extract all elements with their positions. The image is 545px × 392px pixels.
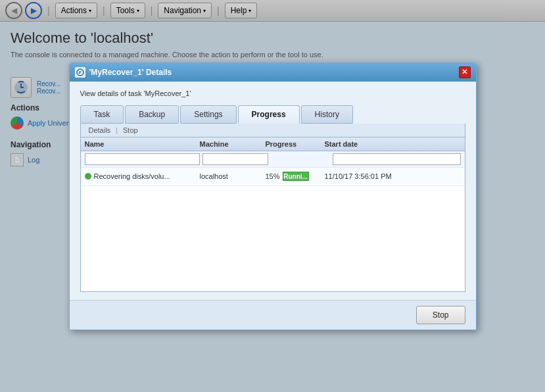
filter-name-input[interactable] xyxy=(85,153,200,165)
modal-sub-tabs: Details | Stop xyxy=(80,124,465,137)
tab-settings[interactable]: Settings xyxy=(180,105,236,124)
row-name-cell: Recovering disks/volu... xyxy=(85,172,200,180)
status-indicator xyxy=(85,173,91,180)
tab-history[interactable]: History xyxy=(301,105,353,124)
row-machine-cell: localhost xyxy=(200,172,266,180)
th-start-date: Start date xyxy=(325,140,461,148)
tab-backup[interactable]: Backup xyxy=(125,105,179,124)
th-name: Name xyxy=(85,140,200,148)
th-progress: Progress xyxy=(266,140,325,148)
sub-tab-details[interactable]: Details xyxy=(86,126,114,135)
filter-date-input[interactable] xyxy=(333,153,461,165)
tab-progress[interactable]: Progress xyxy=(238,105,300,124)
sub-tab-stop[interactable]: Stop xyxy=(120,126,141,135)
modal-overlay: 'MyRecover_1' Details ✕ View details of … xyxy=(0,0,545,392)
modal-tabs: Task Backup Settings Progress History xyxy=(80,105,465,124)
modal-table: Name Machine Progress Start date Recover… xyxy=(80,137,465,292)
row-name-text: Recovering disks/volu... xyxy=(94,172,170,180)
modal-title: 'MyRecover_1' Details xyxy=(89,68,172,77)
modal-body: View details of task 'MyRecover_1' Task … xyxy=(70,82,476,300)
progress-pct: 15% xyxy=(266,172,280,180)
th-machine: Machine xyxy=(200,140,266,148)
progress-status: Runni... xyxy=(283,173,308,180)
row-start-date-cell: 11/10/17 3:56:01 PM xyxy=(325,172,461,180)
table-empty-area xyxy=(81,186,465,291)
tab-task[interactable]: Task xyxy=(80,105,124,124)
modal-description: View details of task 'MyRecover_1' xyxy=(80,89,465,97)
modal-titlebar: 'MyRecover_1' Details ✕ xyxy=(70,63,476,82)
sub-tab-separator: | xyxy=(116,126,118,134)
table-filter-row xyxy=(81,151,465,168)
table-row[interactable]: Recovering disks/volu... localhost 15% R… xyxy=(81,168,465,186)
modal-titlebar-content: 'MyRecover_1' Details xyxy=(75,67,172,78)
modal-dialog: 'MyRecover_1' Details ✕ View details of … xyxy=(69,62,477,330)
modal-icon xyxy=(75,67,85,78)
row-progress-cell: 15% Runni... xyxy=(266,172,325,181)
table-header-row: Name Machine Progress Start date xyxy=(81,137,465,151)
progress-bar: Runni... xyxy=(283,172,309,181)
modal-close-button[interactable]: ✕ xyxy=(459,66,471,78)
filter-machine-input[interactable] xyxy=(202,153,268,165)
modal-footer: Stop xyxy=(70,300,476,330)
stop-button[interactable]: Stop xyxy=(416,306,465,324)
